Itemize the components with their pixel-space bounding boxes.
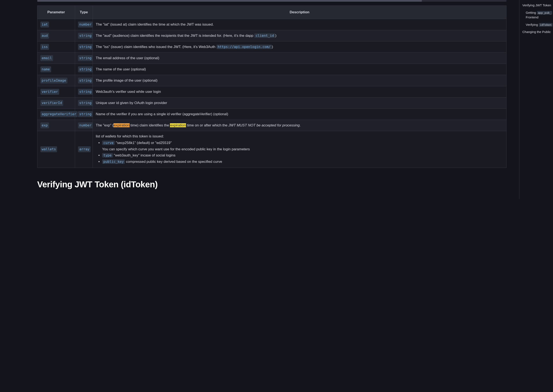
type-code: string <box>78 100 93 106</box>
param-code: wallets <box>40 146 57 152</box>
desc-cell: list of wallets for which this token is … <box>93 131 506 168</box>
inline-code: https://api.openlogin.com/ <box>216 45 272 49</box>
highlight-orange: expiration <box>113 123 130 127</box>
list-item: curve "secp256k1" (default) or "ed25519"… <box>102 140 503 152</box>
table-row: wallets array list of wallets for which … <box>37 131 506 168</box>
desc-cell: The name of the user (optional) <box>93 64 506 75</box>
table-row: aggregateVerifier string Name of the ver… <box>37 108 506 120</box>
table-row: verifier string Web3auth's verifier used… <box>37 86 506 97</box>
type-code: number <box>78 122 93 128</box>
horizontal-scrollbar[interactable] <box>37 0 506 2</box>
type-code: array <box>78 146 91 152</box>
param-code: aggregateVerifier <box>40 111 78 117</box>
th-type: Type <box>75 6 93 19</box>
nav-text: Frontend <box>526 15 553 20</box>
type-code: string <box>78 77 93 84</box>
th-parameter: Parameter <box>37 6 75 19</box>
param-code: aud <box>40 33 49 39</box>
type-code: number <box>78 21 93 28</box>
table-row: aud string The "aud" (audience) claim id… <box>37 30 506 41</box>
desc-text: "secp256k1" (default) or "ed25519" <box>115 141 172 145</box>
table-row: verifierId string Unique user id given b… <box>37 97 506 108</box>
nav-item-verifying-jwt[interactable]: Verifying JWT Token <box>522 2 553 9</box>
desc-text: time on or after which the <box>186 123 228 127</box>
desc-cell: Unique user id given by OAuth login prov… <box>93 97 506 108</box>
wallet-list: curve "secp256k1" (default) or "ed25519"… <box>96 140 503 164</box>
type-code: string <box>78 33 93 39</box>
list-item: type "web3auth_key" incase of social log… <box>102 153 503 158</box>
inline-code: public_key <box>102 159 125 164</box>
scrollbar-thumb[interactable] <box>37 0 422 2</box>
nav-item-getting-app-pub[interactable]: Getting app_pub_ Frontend <box>522 9 553 21</box>
type-code: string <box>78 55 93 61</box>
th-description: Description <box>93 6 506 19</box>
desc-text: The "aud" (audience) claim identifies th… <box>96 34 254 38</box>
desc-cell: Web3auth's verifier used while user logi… <box>93 86 506 97</box>
nav-item-changing-public[interactable]: Changing the Public <box>522 28 553 36</box>
table-row: iss string The "iss" (issuer) claim iden… <box>37 41 506 52</box>
inline-code: type <box>102 153 113 158</box>
type-code: string <box>78 89 93 95</box>
param-code: email <box>40 55 53 61</box>
desc-cell: The "iss" (issuer) claim identifies who … <box>93 41 506 52</box>
desc-cell: The profile image of the user (optional) <box>93 75 506 86</box>
type-code: string <box>78 66 93 72</box>
inline-code: client_id <box>254 33 275 38</box>
param-code: iss <box>40 44 49 50</box>
param-code: verifier <box>40 89 59 95</box>
highlight-yellow: expiration <box>170 123 186 127</box>
list-item: public_key compressed public key derived… <box>102 159 503 164</box>
desc-cell: The email address of the user (optional) <box>93 52 506 64</box>
nav-item-verifying-idtoken[interactable]: Verifying idToken <box>522 21 553 28</box>
nav-text: Verifying <box>526 23 539 26</box>
nav-code: app_pub_ <box>537 11 552 14</box>
desc-text: The "iss" (issuer) claim identifies who … <box>96 45 216 49</box>
desc-text: compressed public key derived based on t… <box>125 160 222 164</box>
desc-text: "web3auth_key" incase of social logins <box>113 153 176 157</box>
emphasis-text: JWT MUST NOT be accepted for processing <box>228 123 300 127</box>
desc-text: ) <box>272 45 273 49</box>
param-code: verifierId <box>40 100 63 106</box>
desc-text: ) <box>275 34 276 38</box>
desc-cell: Name of the verifier if you are using a … <box>93 108 506 120</box>
desc-cell: The "iat" (issued at) claim identifies t… <box>93 19 506 30</box>
table-row: email string The email address of the us… <box>37 52 506 64</box>
nav-text: Getting <box>526 11 537 14</box>
right-nav: Verifying JWT Token Getting app_pub_ Fro… <box>519 0 553 199</box>
desc-cell: The "exp" (expiration time) claim identi… <box>93 120 506 131</box>
table-row: iat number The "iat" (issued at) claim i… <box>37 19 506 30</box>
desc-subtext: You can specify which curve you want use… <box>102 147 503 152</box>
nav-code: idToken <box>539 23 553 27</box>
table-header-row: Parameter Type Description <box>37 6 506 19</box>
table-row: exp number The "exp" (expiration time) c… <box>37 120 506 131</box>
desc-text: time) claim identifies the <box>130 123 170 127</box>
desc-text: . <box>300 123 301 127</box>
section-heading: Verifying JWT Token (idToken) <box>37 178 506 191</box>
table-row: profileImage string The profile image of… <box>37 75 506 86</box>
param-code: iat <box>40 21 49 28</box>
parameters-table: Parameter Type Description iat number Th… <box>37 6 506 168</box>
table-row: name string The name of the user (option… <box>37 64 506 75</box>
inline-code: curve <box>102 141 115 145</box>
type-code: string <box>78 44 93 50</box>
desc-cell: The "aud" (audience) claim identifies th… <box>93 30 506 41</box>
type-code: string <box>78 111 93 117</box>
param-code: name <box>40 66 51 72</box>
param-code: exp <box>40 122 49 128</box>
desc-text: list of wallets for which this token is … <box>96 134 503 139</box>
param-code: profileImage <box>40 77 67 84</box>
desc-text: The "exp" ( <box>96 123 113 127</box>
